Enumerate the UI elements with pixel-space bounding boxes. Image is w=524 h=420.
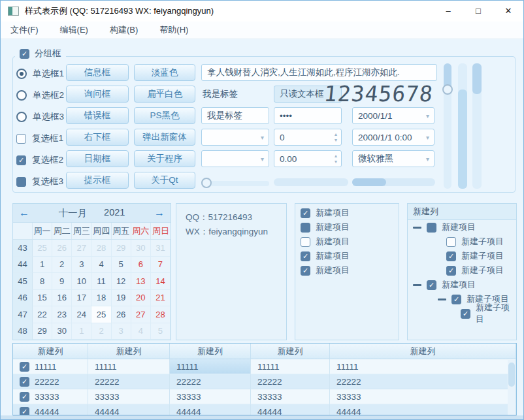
horizontal-bar[interactable] (274, 178, 348, 186)
table-cell[interactable]: 33333 (170, 389, 251, 404)
tree-header[interactable]: 新建列 (408, 204, 516, 220)
table-row[interactable]: ✓4444444444444444444444444 (13, 404, 516, 416)
checkbox-3[interactable]: 复选框3 (16, 174, 63, 189)
bottom-right-button[interactable]: 右下框 (66, 129, 129, 146)
close-button[interactable]: ✕ (493, 1, 523, 21)
combo-box-empty-2[interactable]: ▾ (201, 150, 269, 167)
list-item[interactable]: 新建项目 (295, 220, 399, 234)
checkbox-2[interactable]: ✓复选框2 (16, 153, 63, 167)
double-spin-box[interactable]: 0.00▴▾ (274, 150, 342, 167)
calendar-day[interactable]: 22 (33, 306, 52, 323)
table-cell[interactable]: 33333 (88, 389, 170, 404)
vertical-slider[interactable] (444, 63, 451, 189)
checkbox-partial-icon[interactable] (16, 177, 26, 187)
menu-file[interactable]: 文件(F) (5, 24, 44, 36)
question-box-button[interactable]: 询问框 (66, 86, 129, 103)
menu-edit[interactable]: 编辑(E) (54, 24, 94, 36)
checkbox-checked-icon[interactable]: ✓ (16, 155, 26, 165)
list-item[interactable]: ✓新建项目 (295, 249, 399, 263)
tree-item[interactable]: ✓新建子项目 (408, 306, 516, 321)
calendar-year[interactable]: 2021 (104, 207, 125, 219)
checkbox-unchecked-icon[interactable] (301, 237, 310, 247)
calendar-day[interactable]: 2 (52, 257, 72, 274)
calendar-day[interactable]: 4 (131, 323, 151, 340)
vertical-bar[interactable] (458, 63, 467, 189)
table-cell[interactable]: 11111 (330, 359, 516, 374)
light-blue-button[interactable]: 淡蓝色 (134, 64, 195, 81)
groupbox-checkbox-icon[interactable]: ✓ (20, 49, 29, 59)
calendar-day[interactable]: 3 (112, 323, 131, 340)
horizontal-scrollbar[interactable] (352, 178, 435, 186)
tree-item[interactable]: ✓新建子项目 (408, 263, 516, 278)
table-cell[interactable]: 44444 (88, 404, 170, 416)
calendar-day[interactable]: 28 (91, 240, 111, 257)
table-row[interactable]: ✓3333333333333333333333333 (13, 389, 516, 404)
datetime-picker[interactable]: 2000/1/1 0:00▾ (352, 129, 434, 146)
list-item[interactable]: ✓新建项目 (295, 263, 399, 278)
calendar-day[interactable]: 18 (91, 290, 111, 307)
menu-help[interactable]: 帮助(H) (154, 24, 194, 36)
about-qt-button[interactable]: 关于Qt (134, 172, 195, 189)
calendar-day[interactable]: 26 (112, 306, 131, 323)
table-row[interactable]: ✓1111111111111111111111111 (13, 359, 516, 374)
groupbox-title[interactable]: ✓ 分组框 (15, 46, 66, 61)
checkbox-checked-icon[interactable]: ✓ (20, 377, 29, 387)
calendar-day[interactable]: 14 (151, 273, 171, 290)
table-cell[interactable]: 22222 (330, 374, 516, 389)
table-cell[interactable]: 22222 (251, 374, 330, 389)
maximize-button[interactable]: □ (463, 1, 493, 21)
calendar-day[interactable]: 9 (52, 273, 72, 290)
collapse-icon[interactable] (413, 284, 421, 286)
checkbox-unchecked-icon[interactable] (446, 237, 456, 247)
checkbox-checked-icon[interactable]: ✓ (446, 251, 456, 261)
calendar-day[interactable]: 30 (131, 240, 151, 257)
table-cell[interactable]: 33333 (251, 389, 330, 404)
checkbox-partial-icon[interactable] (301, 223, 310, 233)
table-header-cell[interactable]: 新建列 (330, 344, 516, 359)
text-input[interactable]: 拿人钱财替人消灾,人生江湖如此,程序江湖亦如此. (201, 64, 437, 81)
minimize-button[interactable]: – (433, 1, 463, 21)
radio-2[interactable]: 单选框2 (16, 88, 64, 103)
scrollbar-handle[interactable] (352, 178, 386, 186)
table-cell[interactable]: 11111 (251, 359, 330, 374)
calendar-day[interactable]: 16 (52, 290, 72, 307)
prev-month-icon[interactable]: ← (13, 207, 35, 219)
checkbox-checked-icon[interactable]: ✓ (461, 309, 470, 319)
table-header-cell[interactable]: 新建列 (13, 344, 88, 359)
calendar-day[interactable]: 1 (72, 323, 91, 340)
calendar-day[interactable]: 24 (72, 306, 91, 323)
table-cell[interactable]: 44444 (251, 404, 330, 416)
font-combo-box[interactable]: 微软雅黑▾ (352, 150, 434, 167)
table-scrollbar-handle[interactable] (508, 363, 515, 387)
ps-black-button[interactable]: PS黑色 (134, 107, 195, 124)
calendar-day[interactable]: 19 (112, 290, 131, 307)
checkbox-1[interactable]: 复选框1 (16, 131, 63, 146)
notes-textarea[interactable]: QQ：517216493 WX：feiyangqingyun (176, 203, 287, 340)
radio-1[interactable]: 单选框1 (16, 67, 64, 81)
calendar-day[interactable]: 2 (91, 323, 111, 340)
chevron-down-icon[interactable]: ▾ (426, 112, 429, 120)
table-cell[interactable]: 11111 (88, 359, 170, 374)
table-header-cell[interactable]: 新建列 (170, 344, 251, 359)
calendar-day[interactable]: 12 (112, 273, 131, 290)
calendar-day[interactable]: 7 (151, 257, 171, 274)
table-header-cell[interactable]: 新建列 (88, 344, 170, 359)
calendar-day[interactable]: 31 (151, 240, 171, 257)
about-program-button[interactable]: 关于程序 (134, 150, 195, 167)
radio-on-icon[interactable] (16, 69, 27, 79)
table-cell[interactable]: ✓11111 (13, 359, 88, 374)
calendar-day[interactable]: 27 (131, 306, 151, 323)
chevron-down-icon[interactable]: ▾ (426, 134, 429, 141)
collapse-icon[interactable] (438, 299, 446, 300)
scrollbar-handle[interactable] (472, 63, 482, 94)
table-cell[interactable]: 11111 (170, 359, 251, 374)
checkbox-checked-icon[interactable]: ✓ (20, 362, 29, 372)
chevron-down-icon[interactable]: ▾ (261, 155, 264, 163)
calendar-day[interactable]: 23 (52, 306, 72, 323)
table-cell[interactable]: 44444 (170, 404, 251, 416)
table-cell[interactable]: ✓44444 (13, 404, 88, 416)
checkbox-checked-icon[interactable]: ✓ (20, 392, 29, 402)
flat-white-button[interactable]: 扁平白色 (134, 86, 195, 103)
calendar-day[interactable]: 3 (72, 257, 91, 274)
radio-3[interactable]: 单选框3 (16, 110, 64, 124)
